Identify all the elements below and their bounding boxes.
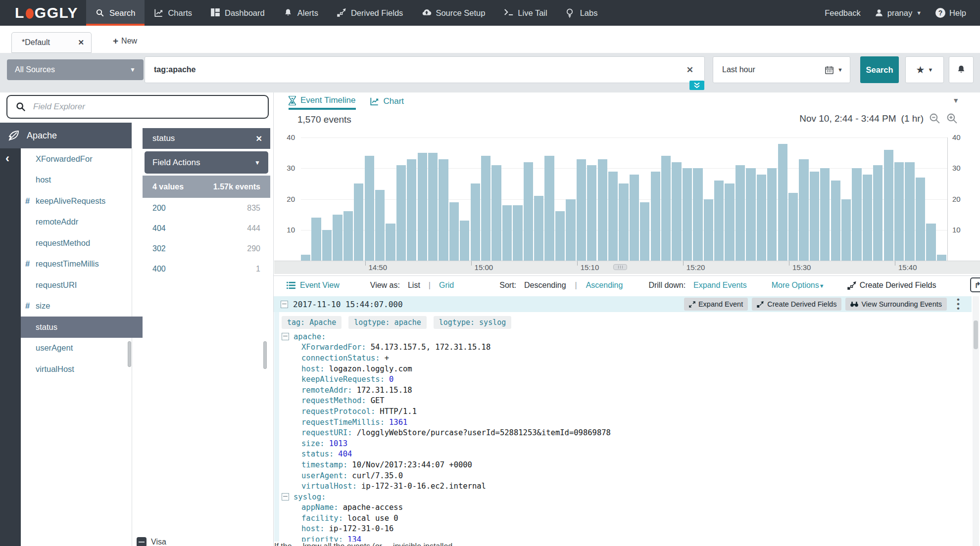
log-value[interactable]: ip-172-31-0-16 bbox=[329, 524, 394, 533]
event-row-header[interactable]: 2017-11-10 15:44:07.000 Expand Event Cre… bbox=[274, 296, 972, 312]
log-value[interactable]: 1361 bbox=[389, 418, 407, 427]
timeline-bar[interactable] bbox=[672, 162, 681, 261]
value-row-400[interactable]: 4001 bbox=[143, 259, 270, 279]
timeline-bar[interactable] bbox=[598, 159, 607, 261]
close-tab-icon[interactable]: ✕ bbox=[78, 38, 84, 47]
field-requesttimemillis[interactable]: #requestTimeMillis bbox=[21, 254, 132, 275]
log-value[interactable]: GET bbox=[371, 396, 385, 405]
collapse-section-icon[interactable] bbox=[282, 493, 289, 500]
nav-item-alerts[interactable]: Alerts bbox=[274, 0, 328, 26]
event-timeline-chart[interactable]: 101020203030404014:5015:0015:1015:2015:3… bbox=[274, 92, 980, 273]
timeline-bar[interactable] bbox=[714, 181, 724, 261]
log-key[interactable]: remoteAddr: bbox=[301, 386, 352, 395]
log-value[interactable]: ip-172-31-0-16.ec2.internal bbox=[361, 482, 486, 491]
expand-events-link[interactable]: Expand Events bbox=[693, 281, 747, 290]
field-explorer-search[interactable] bbox=[6, 95, 269, 119]
log-key[interactable]: facility: bbox=[301, 514, 343, 523]
timeline-bar[interactable] bbox=[746, 168, 755, 261]
tag-pill[interactable]: logtype: apache bbox=[348, 316, 426, 329]
timeline-bar[interactable] bbox=[735, 165, 745, 261]
timeline-bar[interactable] bbox=[375, 190, 385, 261]
field-keepaliverequests[interactable]: #keepAliveRequests bbox=[21, 190, 132, 212]
timeline-bar[interactable] bbox=[799, 159, 808, 261]
view-surrounding-events-button[interactable]: View Surrounding Events bbox=[845, 298, 947, 311]
timeline-bar[interactable] bbox=[354, 183, 363, 261]
tag-pill[interactable]: tag: Apache bbox=[282, 316, 342, 329]
nav-item-live-tail[interactable]: Live Tail bbox=[494, 0, 556, 26]
timeline-bar[interactable] bbox=[418, 153, 427, 261]
create-derived-fields-button[interactable]: Create Derived Fields bbox=[752, 298, 841, 311]
log-value[interactable]: logazon.loggly.com bbox=[329, 364, 412, 373]
timeline-bar[interactable] bbox=[333, 215, 342, 261]
log-key[interactable]: size: bbox=[301, 439, 325, 448]
nav-item-derived-fields[interactable]: Derived Fields bbox=[328, 0, 412, 26]
value-row-404[interactable]: 404444 bbox=[143, 218, 270, 238]
log-key[interactable]: host: bbox=[301, 364, 325, 373]
timeline-bar[interactable] bbox=[640, 202, 649, 261]
timeline-bar[interactable] bbox=[524, 162, 533, 261]
log-value[interactable]: /logglyWebStore/purcase?userId=52881253&… bbox=[357, 428, 611, 437]
notifications-bell-button[interactable] bbox=[949, 56, 974, 83]
field-status[interactable]: status bbox=[21, 317, 153, 338]
value-panel-scrollbar[interactable] bbox=[263, 341, 267, 369]
timeline-bar[interactable] bbox=[544, 156, 554, 261]
timeline-bar[interactable] bbox=[820, 168, 830, 261]
timeline-bar[interactable] bbox=[831, 181, 840, 261]
timeline-bar[interactable] bbox=[460, 221, 469, 261]
collapse-sidebar-chevron[interactable]: ‹ bbox=[5, 152, 9, 164]
new-tab-button[interactable]: + New bbox=[113, 36, 137, 46]
timeline-bar[interactable] bbox=[386, 224, 395, 261]
timeline-bar[interactable] bbox=[630, 175, 639, 261]
log-key[interactable]: XForwardedFor: bbox=[301, 343, 366, 352]
timeline-bar[interactable] bbox=[725, 183, 734, 261]
splitter-grip[interactable] bbox=[613, 264, 627, 270]
timeline-bar[interactable] bbox=[916, 178, 925, 261]
field-xforwardedfor[interactable]: XForwardedFor bbox=[21, 148, 132, 170]
field-requesturi[interactable]: requestURI bbox=[21, 274, 132, 296]
nav-item-dashboard[interactable]: Dashboard bbox=[201, 0, 274, 26]
timeline-bar[interactable] bbox=[810, 172, 819, 261]
log-value[interactable]: apache-access bbox=[343, 503, 403, 512]
log-value[interactable]: 404 bbox=[338, 450, 352, 458]
export-icon[interactable]: ↱ bbox=[970, 277, 980, 292]
field-group-apache[interactable]: Apache bbox=[0, 123, 132, 148]
nav-item-source-setup[interactable]: Source Setup bbox=[412, 0, 494, 26]
timeline-bar[interactable] bbox=[301, 255, 310, 261]
log-value[interactable]: 10/Nov/2017:23:44:07 +0000 bbox=[352, 460, 472, 469]
user-menu[interactable]: pranay ▼ bbox=[875, 8, 922, 18]
timeline-bar[interactable] bbox=[439, 159, 448, 261]
timeline-bar[interactable] bbox=[683, 168, 692, 261]
value-row-200[interactable]: 200835 bbox=[143, 198, 270, 218]
timeline-bar[interactable] bbox=[873, 165, 882, 261]
timeline-bar[interactable] bbox=[513, 205, 522, 261]
timeline-bar[interactable] bbox=[894, 162, 904, 261]
log-key[interactable]: host: bbox=[301, 524, 325, 533]
timeline-bar[interactable] bbox=[577, 159, 586, 261]
search-input[interactable] bbox=[145, 65, 676, 74]
log-key[interactable]: timestamp: bbox=[301, 460, 347, 469]
timeline-bar[interactable] bbox=[757, 175, 766, 261]
timeline-bar[interactable] bbox=[311, 218, 321, 261]
field-remoteaddr[interactable]: remoteAddr bbox=[21, 212, 132, 233]
expand-event-button[interactable]: Expand Event bbox=[684, 298, 748, 311]
collapse-section-icon[interactable] bbox=[282, 333, 289, 340]
timeline-bar[interactable] bbox=[863, 175, 872, 261]
view-as-list[interactable]: List bbox=[408, 281, 420, 290]
close-icon[interactable]: ✕ bbox=[256, 134, 262, 143]
more-options-dropdown[interactable]: More Options▼ bbox=[772, 281, 825, 290]
log-value[interactable]: 1013 bbox=[329, 439, 347, 448]
help-link[interactable]: ? Help bbox=[935, 8, 966, 18]
field-explorer-input[interactable] bbox=[32, 101, 260, 112]
clear-search-icon[interactable]: ✕ bbox=[676, 65, 704, 75]
timeline-bar[interactable] bbox=[587, 165, 596, 261]
loggly-logo[interactable]: LGGLY bbox=[0, 0, 86, 26]
timeline-bar[interactable] bbox=[852, 168, 861, 261]
timeline-bar[interactable] bbox=[704, 199, 713, 261]
field-size[interactable]: #size bbox=[21, 296, 132, 317]
log-key[interactable]: requestURI: bbox=[301, 428, 352, 437]
timeline-bar[interactable] bbox=[396, 165, 406, 261]
source-groups-dropdown[interactable]: All Sources ▼ bbox=[7, 59, 144, 80]
timeline-bar[interactable] bbox=[502, 205, 512, 261]
timeline-bar[interactable] bbox=[661, 156, 671, 261]
timeline-bar[interactable] bbox=[343, 211, 353, 261]
